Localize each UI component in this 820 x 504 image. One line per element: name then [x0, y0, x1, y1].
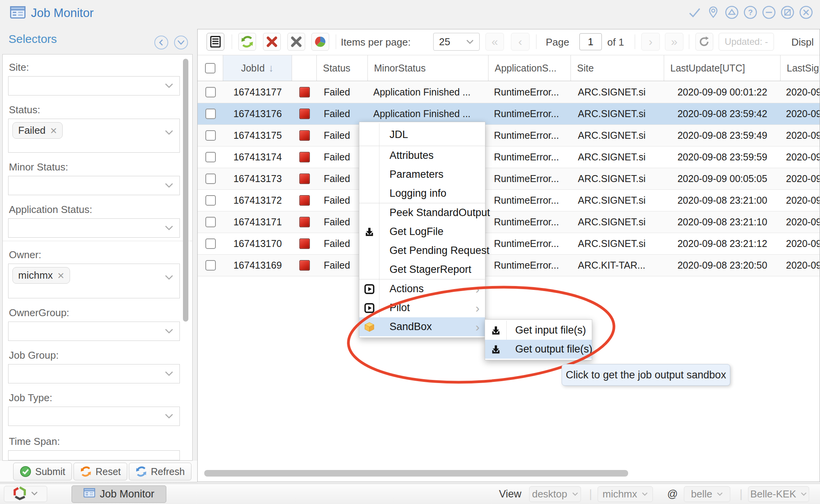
items-per-page-label: Items per page: — [341, 29, 411, 55]
table-row-167413175[interactable]: 167413175FailedApplication Finished ...R… — [198, 125, 820, 146]
chevron-down-icon — [165, 371, 173, 378]
column-header-site[interactable]: Site — [571, 55, 664, 81]
site-cell: ARC.SIGNET.si — [571, 211, 664, 233]
row-checkbox[interactable] — [205, 174, 216, 184]
menu-item-parameters[interactable]: Parameters — [359, 165, 485, 184]
collapse-panel-button[interactable] — [154, 36, 168, 49]
horizontal-scrollbar[interactable] — [204, 470, 628, 477]
last-sign-cell: 2020-09 — [781, 233, 820, 254]
refresh-grid-button[interactable] — [238, 33, 256, 51]
table-row-167413172[interactable]: 167413172FailedApplication Finished ...R… — [198, 190, 820, 211]
field-select-owner[interactable]: michmx× — [8, 264, 180, 298]
reload-button[interactable] — [695, 33, 713, 51]
checkbox-cell — [198, 255, 223, 276]
close-circle-icon[interactable] — [799, 5, 813, 19]
row-checkbox[interactable] — [205, 238, 216, 249]
row-checkbox[interactable] — [205, 152, 216, 162]
menu-gutter — [359, 165, 379, 184]
filter-tag-failed: Failed× — [12, 122, 63, 139]
items-per-page-select[interactable]: 25 — [433, 33, 480, 51]
prev-page-button[interactable]: ‹ — [511, 33, 530, 51]
selectors-panel: Site:Status:Failed×Minor Status:Applicat… — [2, 54, 193, 461]
column-header-status-icon[interactable] — [292, 55, 317, 81]
field-select-site[interactable] — [8, 76, 180, 95]
table-row-167413170[interactable]: 167413170FailedApplication Finished ...R… — [198, 233, 820, 255]
table-row-167413171[interactable]: 167413171FailedApplication Finished ...R… — [198, 211, 820, 233]
field-select-application-status[interactable] — [8, 218, 180, 238]
collapse-circle-icon[interactable] — [725, 5, 739, 19]
page-number-input[interactable]: 1 — [579, 33, 602, 50]
field-select-minor-status[interactable] — [8, 176, 180, 195]
sidebar-scrollbar[interactable] — [183, 59, 188, 322]
field-select-ownergroup[interactable] — [8, 322, 180, 341]
table-row-167413173[interactable]: 167413173FailedApplication Finished ...R… — [198, 168, 820, 190]
menu-item-get-pending-request[interactable]: Get Pending Request — [359, 241, 485, 260]
menu-item-pilot[interactable]: Pilot› — [359, 298, 485, 317]
row-checkbox[interactable] — [205, 260, 216, 271]
column-header-lastupdate-utc[interactable]: LastUpdate[UTC] — [664, 55, 781, 81]
column-header-lastsign[interactable]: LastSign — [781, 55, 820, 81]
group-select[interactable]: belle — [684, 486, 730, 502]
check-icon[interactable] — [688, 5, 702, 19]
main-menu-button[interactable] — [4, 486, 47, 502]
last-page-button[interactable]: » — [665, 33, 683, 51]
field-select-status[interactable]: Failed× — [8, 119, 180, 153]
pin-icon[interactable] — [706, 5, 720, 19]
table-row-167413177[interactable]: 167413177FailedApplication Finished ...R… — [198, 82, 820, 103]
row-checkbox[interactable] — [205, 130, 216, 141]
menu-item-attributes[interactable]: Attributes — [359, 146, 485, 165]
last-sign-cell: 2020-09 — [781, 146, 820, 168]
setup-select[interactable]: Belle-KEK — [748, 486, 809, 502]
submenu-item-get-output-file-s[interactable]: Get output file(s) — [485, 340, 592, 359]
menu-item-logging-info[interactable]: Logging info — [359, 184, 485, 203]
menu-button[interactable] — [207, 33, 224, 51]
table-row-167413174[interactable]: 167413174FailedApplication Finished ...R… — [198, 146, 820, 168]
restore-circle-icon[interactable] — [781, 5, 794, 19]
panel-menu-button[interactable] — [174, 36, 188, 49]
table-row-167413169[interactable]: 167413169FailedApplication Finished ...R… — [198, 255, 820, 276]
updated-button[interactable]: Updated: - — [719, 33, 774, 51]
job-monitor-icon — [10, 6, 26, 20]
column-header-minorstatus[interactable]: MinorStatus — [368, 55, 489, 81]
menu-item-actions[interactable]: Actions› — [359, 279, 485, 298]
row-checkbox[interactable] — [205, 217, 216, 227]
help-circle-icon[interactable]: ? — [743, 5, 757, 19]
menu-item-get-stagerreport[interactable]: Get StagerReport — [359, 260, 485, 279]
remove-tag-icon[interactable]: × — [58, 272, 65, 279]
user-select[interactable]: michmx — [598, 486, 653, 502]
reset-button[interactable]: Reset — [73, 463, 127, 480]
field-label-application-status: Application Status: — [9, 204, 92, 216]
row-checkbox[interactable] — [205, 109, 216, 119]
select-all-checkbox[interactable] — [198, 55, 223, 81]
field-select-job-type[interactable] — [8, 407, 180, 426]
remove-tag-icon[interactable]: × — [50, 127, 57, 135]
minimize-circle-icon[interactable] — [762, 5, 776, 19]
row-checkbox[interactable] — [205, 195, 216, 206]
checkbox-cell — [198, 233, 223, 254]
submenu-item-get-input-file-s[interactable]: Get input file(s) — [485, 321, 592, 340]
reset-red-button[interactable] — [263, 33, 281, 51]
row-checkbox[interactable] — [205, 87, 216, 97]
checkbox-cell — [292, 103, 317, 124]
next-page-button[interactable]: › — [641, 33, 660, 51]
menu-item-get-logfile[interactable]: Get LogFile — [359, 222, 485, 241]
menu-item-jdl[interactable]: JDL — [359, 123, 485, 146]
dirac-logo-icon — [13, 486, 26, 502]
refresh-button[interactable]: Refresh — [129, 463, 191, 480]
clear-gray-button[interactable] — [287, 33, 305, 51]
view-select[interactable]: desktop — [529, 486, 581, 502]
statistics-pie-button[interactable] — [311, 33, 329, 51]
submit-button[interactable]: Submit — [13, 463, 72, 480]
last-update-cell: 2020-09-08 23:59:42 — [664, 103, 781, 124]
table-row-167413176[interactable]: 167413176FailedApplication Finished ...R… — [198, 103, 820, 125]
menu-item-peek-standardoutput[interactable]: Peek StandardOutput — [359, 203, 485, 222]
field-select-time-span[interactable] — [8, 450, 180, 460]
taskbar-job-monitor-button[interactable]: Job Monitor — [72, 485, 166, 503]
column-header-applications[interactable]: ApplicationS... — [489, 55, 571, 81]
first-page-button[interactable]: « — [485, 33, 504, 51]
column-header-status[interactable]: Status — [317, 55, 368, 81]
menu-item-sandbox[interactable]: SandBox› — [359, 317, 485, 336]
column-header-jobid[interactable]: JobId↓ — [223, 55, 292, 81]
field-select-job-group[interactable] — [8, 364, 180, 383]
reset-arrows-icon — [80, 466, 92, 477]
